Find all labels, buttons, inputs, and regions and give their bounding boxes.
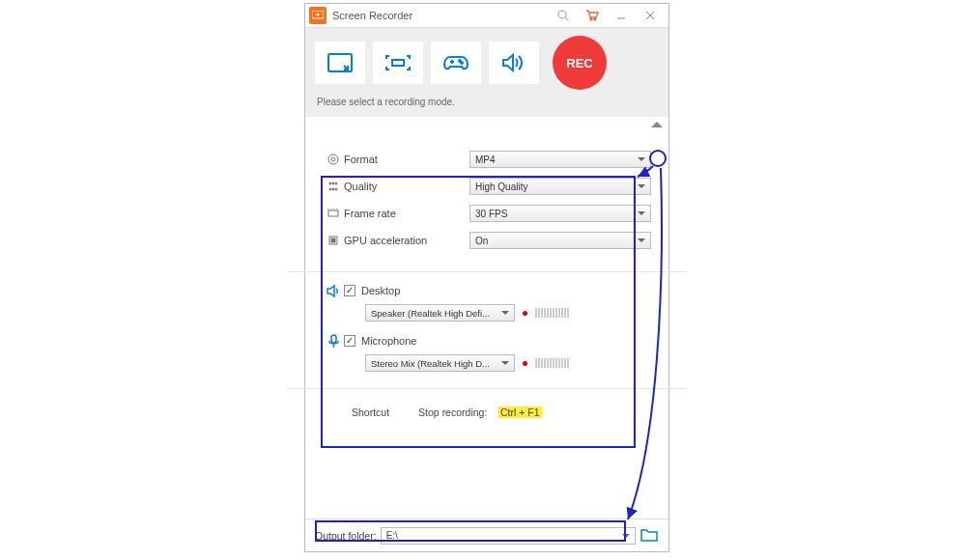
toolbar: REC Please select a recording mode. [305, 28, 668, 117]
app-title: Screen Recorder [332, 10, 412, 21]
chevron-down-icon [501, 311, 509, 315]
gpu-label: GPU acceleration [344, 235, 469, 246]
svg-point-5 [594, 18, 596, 20]
svg-point-18 [332, 182, 334, 184]
hint-text: Please select a recording mode. [305, 91, 668, 117]
framerate-select[interactable]: 30 FPS [469, 205, 651, 222]
chevron-down-icon [622, 534, 630, 538]
stop-recording-label: Stop recording: [418, 406, 487, 418]
svg-point-14 [461, 62, 463, 64]
svg-point-16 [331, 157, 335, 161]
audio-panel: Desktop Speaker (Realtek High Defi... Mi… [305, 280, 668, 380]
svg-point-19 [335, 182, 337, 184]
chevron-down-icon [638, 211, 645, 215]
output-folder-label: Output folder: [315, 530, 377, 542]
desktop-audio-label: Desktop [361, 285, 400, 296]
output-folder-select[interactable]: E:\ [381, 527, 636, 545]
microphone-checkbox[interactable] [344, 335, 355, 347]
svg-point-21 [332, 188, 334, 190]
svg-point-17 [329, 182, 331, 184]
gpu-icon [323, 234, 344, 247]
app-window: Screen Recorder [304, 3, 669, 552]
shortcut-keys: Ctrl + F1 [498, 406, 542, 418]
record-label: REC [566, 56, 592, 70]
framerate-icon [323, 207, 344, 220]
search-icon[interactable] [549, 4, 578, 28]
svg-point-20 [329, 188, 331, 190]
format-icon [323, 153, 344, 166]
titlebar: Screen Recorder [305, 4, 668, 28]
svg-point-1 [317, 14, 320, 16]
settings-panel: Format MP4 Quality High Quality Frame ra… [305, 132, 668, 264]
chevron-down-icon [501, 361, 509, 365]
chevron-down-icon [638, 184, 645, 188]
output-bar: Output folder: E:\ [305, 518, 668, 551]
chevron-down-icon [638, 238, 645, 242]
svg-rect-30 [331, 335, 336, 343]
quality-select[interactable]: High Quality [469, 178, 651, 195]
svg-rect-29 [331, 238, 335, 242]
svg-rect-10 [392, 60, 404, 66]
mode-region-button[interactable] [315, 42, 365, 84]
shortcut-row: Shortcut Stop recording: Ctrl + F1 [305, 397, 668, 430]
desktop-device-select[interactable]: Speaker (Realtek High Defi... [365, 304, 515, 322]
vu-meter [535, 358, 569, 368]
quality-label: Quality [344, 181, 469, 192]
microphone-label: Microphone [361, 335, 416, 347]
close-button[interactable] [636, 4, 665, 28]
format-label: Format [344, 154, 469, 165]
speaker-icon [323, 284, 344, 298]
recording-indicator-icon [523, 311, 527, 316]
microphone-icon [323, 334, 344, 349]
browse-folder-button[interactable] [639, 527, 659, 545]
format-select[interactable]: MP4 [469, 151, 651, 168]
svg-point-2 [558, 11, 566, 18]
mode-audio-button[interactable] [489, 42, 539, 84]
svg-point-15 [328, 154, 338, 164]
cart-icon[interactable] [578, 4, 607, 28]
collapse-toggle-icon[interactable] [651, 122, 663, 127]
mode-game-button[interactable] [431, 42, 481, 84]
recording-indicator-icon [523, 361, 527, 366]
vu-meter [535, 308, 569, 318]
minimize-button[interactable] [607, 4, 636, 28]
mode-fullscreen-button[interactable] [373, 42, 423, 84]
gpu-select[interactable]: On [469, 232, 651, 249]
svg-point-4 [590, 18, 592, 20]
svg-point-22 [335, 188, 337, 190]
chevron-down-icon [638, 157, 645, 161]
framerate-label: Frame rate [344, 208, 469, 219]
desktop-audio-checkbox[interactable] [344, 285, 355, 296]
app-icon [309, 7, 327, 24]
record-button[interactable]: REC [553, 36, 607, 90]
quality-icon [323, 180, 344, 193]
shortcut-label: Shortcut [352, 406, 389, 418]
svg-line-3 [565, 17, 568, 20]
microphone-device-select[interactable]: Stereo Mix (Realtek High D... [365, 354, 515, 372]
svg-rect-23 [328, 210, 338, 216]
